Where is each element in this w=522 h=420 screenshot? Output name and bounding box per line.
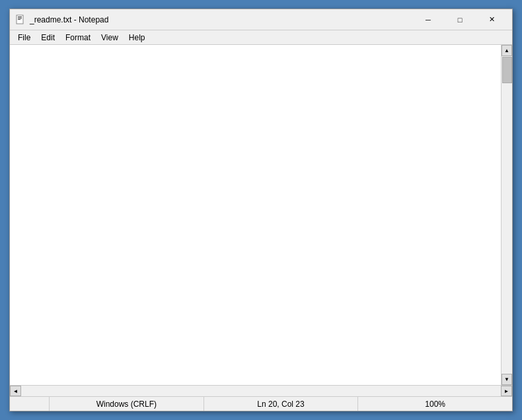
svg-rect-1 (18, 17, 22, 17)
app-icon (15, 15, 26, 25)
menu-file[interactable]: File (13, 32, 36, 44)
vertical-scrollbar[interactable]: ▲ ▼ (501, 45, 512, 385)
window-title: _readme.txt - Notepad (30, 15, 413, 24)
text-editor[interactable] (10, 45, 501, 385)
menu-edit[interactable]: Edit (36, 32, 60, 44)
window-controls: ─ □ ✕ (413, 10, 507, 30)
horizontal-scrollbar[interactable]: ◄ ► (10, 385, 512, 396)
notepad-window: _readme.txt - Notepad ─ □ ✕ File Edit Fo… (9, 9, 513, 411)
status-position: Ln 20, Col 23 (204, 397, 359, 411)
minimize-button[interactable]: ─ (413, 10, 443, 30)
scroll-thumb[interactable] (502, 57, 512, 83)
scroll-track[interactable] (502, 56, 512, 374)
scroll-up-button[interactable]: ▲ (502, 45, 512, 56)
svg-rect-2 (18, 18, 22, 18)
status-zoom: 100% (358, 397, 512, 411)
scroll-down-button[interactable]: ▼ (502, 374, 512, 385)
svg-rect-3 (18, 19, 20, 20)
editor-container: STOP (10, 45, 501, 385)
maximize-button[interactable]: □ (445, 10, 475, 30)
editor-body: STOP ▲ ▼ (10, 45, 512, 385)
scroll-left-button[interactable]: ◄ (10, 386, 21, 396)
menu-bar: File Edit Format View Help (10, 30, 512, 45)
menu-format[interactable]: Format (60, 32, 96, 44)
status-encoding: Windows (CRLF) (50, 397, 204, 411)
close-button[interactable]: ✕ (476, 10, 507, 30)
menu-view[interactable]: View (96, 32, 124, 44)
menu-help[interactable]: Help (124, 32, 151, 44)
status-bar: Windows (CRLF) Ln 20, Col 23 100% (10, 396, 512, 411)
editor-main: STOP ▲ ▼ ◄ ► (10, 45, 512, 396)
title-bar: _readme.txt - Notepad ─ □ ✕ (10, 9, 512, 30)
status-left (10, 397, 50, 411)
scroll-right-button[interactable]: ► (501, 386, 512, 396)
